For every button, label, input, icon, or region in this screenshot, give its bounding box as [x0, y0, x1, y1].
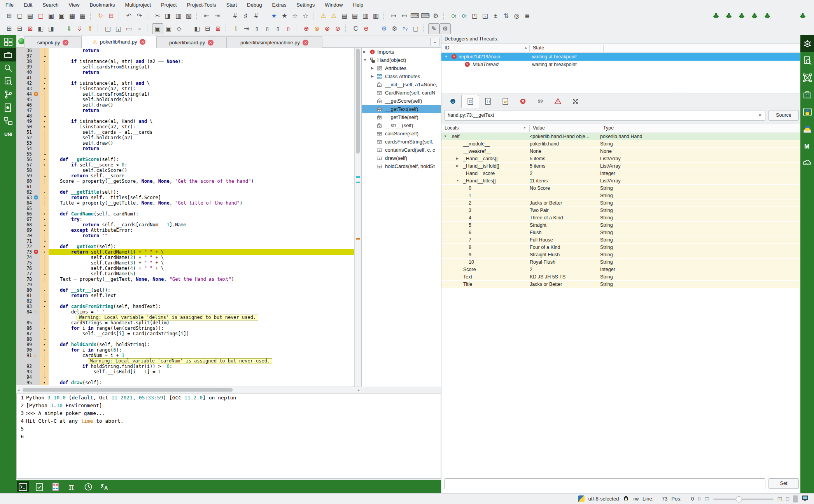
code-line[interactable]: 41	[16, 75, 354, 80]
line-badge[interactable]	[33, 200, 40, 206]
expand-icon[interactable]: ◳	[777, 496, 782, 502]
tab-exceptions[interactable]	[549, 95, 567, 108]
fold-marker[interactable]	[40, 276, 49, 282]
line-badge[interactable]	[33, 369, 40, 374]
line-number[interactable]: 71	[16, 238, 33, 244]
line-number[interactable]: 72	[16, 244, 33, 249]
sync-icon[interactable]: ⇅	[501, 11, 511, 21]
code-text[interactable]: def holdCards(self, holdString):	[49, 342, 354, 347]
variable-row[interactable]: ▼_Hand__titles[]11 itemsList/Array	[441, 177, 800, 185]
code-line[interactable]: 69▾ except AttributeError:	[16, 228, 354, 233]
save-all-icon[interactable]: ▦	[67, 11, 77, 21]
change-prev-icon[interactable]: ▥	[371, 11, 381, 21]
bookmark-prev-icon[interactable]: ☆	[290, 11, 300, 21]
outline-item[interactable]: ▶Attributes	[362, 64, 441, 72]
line-number[interactable]: 59	[16, 173, 33, 178]
line-number[interactable]: 39	[16, 64, 33, 70]
line-number[interactable]: 78	[16, 276, 33, 282]
menu-start[interactable]: Start	[226, 2, 237, 8]
code-line[interactable]: 61	[16, 184, 354, 189]
line-badge[interactable]	[33, 64, 40, 70]
fold-marker[interactable]	[40, 173, 49, 178]
variable-row[interactable]: 2Jacks or BetterString	[441, 200, 800, 207]
code-text[interactable]: self.CardName(4) + " " + \	[49, 266, 354, 271]
code-text[interactable]: if holdString.find(str(i)) >= 0:	[49, 364, 354, 369]
fold-marker[interactable]	[40, 282, 49, 287]
fold-marker[interactable]	[40, 48, 49, 53]
set-button[interactable]: Set	[768, 478, 799, 489]
code-line[interactable]: 77 self.CardName(5)	[16, 271, 354, 276]
fold-marker[interactable]	[40, 369, 49, 374]
thread-row[interactable]: ✕MainThreadwaiting at breakpoint	[441, 61, 800, 68]
line-number[interactable]: 49	[16, 119, 33, 124]
code-text[interactable]: return self.__titles[self.Score]	[49, 195, 354, 200]
close-icon[interactable]: ✕	[303, 40, 308, 46]
qt-designer-icon[interactable]: Qt	[448, 11, 459, 21]
variable-row[interactable]: 3Two PairString	[441, 207, 800, 214]
variable-row[interactable]: 7Full HouseString	[441, 236, 800, 244]
bookmark-clear-icon[interactable]: ☆	[300, 11, 311, 21]
outline-item[interactable]: __init__(self, a1=None,	[362, 80, 441, 89]
code-line[interactable]: 85 cardStrings = handText.split(delim)	[16, 320, 354, 326]
line-number[interactable]: 36	[16, 48, 33, 53]
code-line[interactable]: 74 self.CardName(2) + " " + \	[16, 255, 354, 260]
code-line[interactable]: 86▾ for i in range(len(cardStrings)):	[16, 326, 354, 331]
code-text[interactable]: if isinstance(a1, Hand) and \	[49, 119, 354, 124]
debug-viewer-icon[interactable]	[800, 35, 814, 52]
code-text[interactable]: cardStrings = handText.split(delim)	[49, 320, 354, 326]
close-icon[interactable]: ✕	[208, 40, 214, 46]
debug-bug-icon-6[interactable]	[797, 11, 808, 21]
next-split-icon[interactable]: ◨	[46, 24, 56, 34]
line-number[interactable]: 41	[16, 75, 33, 80]
error-clear-icon[interactable]: ⊘	[333, 24, 343, 34]
line-badge[interactable]	[33, 222, 40, 228]
code-text[interactable]: Title = property(__getTitle, None, None,…	[49, 200, 354, 206]
code-line[interactable]: 90▾ for i in range(6):	[16, 347, 354, 353]
line-badge[interactable]	[33, 211, 40, 217]
fullscreen-icon[interactable]: □	[786, 496, 789, 502]
code-line[interactable]: 42▾ if isinstance(a1, str) and \	[16, 80, 354, 86]
error-prev-icon[interactable]: ⊗	[322, 24, 333, 34]
line-number[interactable]: 67	[16, 217, 33, 222]
fold-marker[interactable]: ▾	[40, 86, 49, 91]
goto-icon[interactable]: ↦	[389, 11, 399, 21]
code-line[interactable]: 87 self.__cards[i] = Card(cardStrings[i]…	[16, 331, 354, 336]
selection-icon[interactable]: ▫	[134, 24, 145, 34]
line-badge[interactable]	[33, 146, 40, 151]
qt-linguist-icon[interactable]: Qt	[459, 11, 469, 21]
line-badge[interactable]	[33, 255, 40, 260]
comment-icon[interactable]: #	[230, 11, 240, 21]
outline-item[interactable]: cardsFromString(self,	[362, 138, 441, 146]
fold-marker[interactable]: ▾	[40, 380, 49, 385]
tab-pokerlib-card-py[interactable]: pokerlib/card.py✕	[156, 36, 226, 48]
code-text[interactable]	[49, 336, 354, 342]
variable-row[interactable]: Score2Integer	[441, 266, 800, 273]
threads-table-header[interactable]: ID ▲ State	[441, 44, 800, 53]
line-number[interactable]: 46	[16, 102, 33, 108]
cooperation-icon[interactable]	[800, 69, 814, 86]
outline-item[interactable]: __getTitle(self)	[362, 113, 441, 121]
python-find-icon[interactable]: Py	[400, 24, 410, 34]
code-text[interactable]	[49, 53, 354, 59]
debug-bug-icon-3[interactable]	[736, 11, 747, 21]
line-number[interactable]: 40	[16, 70, 33, 75]
fold-marker[interactable]	[40, 70, 49, 75]
fold-marker[interactable]	[40, 222, 49, 228]
variable-row[interactable]: 1String	[441, 192, 800, 200]
scroll-right-icon[interactable]: ▸	[358, 388, 360, 392]
fold-marker[interactable]	[40, 260, 49, 266]
menu-settings[interactable]: Settings	[296, 2, 315, 8]
line-badge[interactable]	[33, 260, 40, 266]
db-sync-icon[interactable]: ⇑	[85, 24, 95, 34]
line-badge[interactable]: ⚠	[33, 353, 40, 358]
line-badge[interactable]	[33, 380, 40, 385]
frame-icon[interactable]: ▭	[124, 24, 134, 34]
console-line[interactable]: 4Hit Ctrl-C at any time to abort.	[17, 417, 441, 425]
fold-marker[interactable]	[40, 178, 49, 184]
log-viewer-icon[interactable]	[82, 481, 94, 492]
variable-set-input[interactable]	[444, 478, 765, 489]
line-number[interactable]: 45	[16, 97, 33, 102]
unindent-icon[interactable]: ⇤	[201, 11, 212, 21]
fold-marker[interactable]: ▾	[40, 304, 49, 309]
code-text[interactable]: self.CardName(2) + " " + \	[49, 255, 354, 260]
